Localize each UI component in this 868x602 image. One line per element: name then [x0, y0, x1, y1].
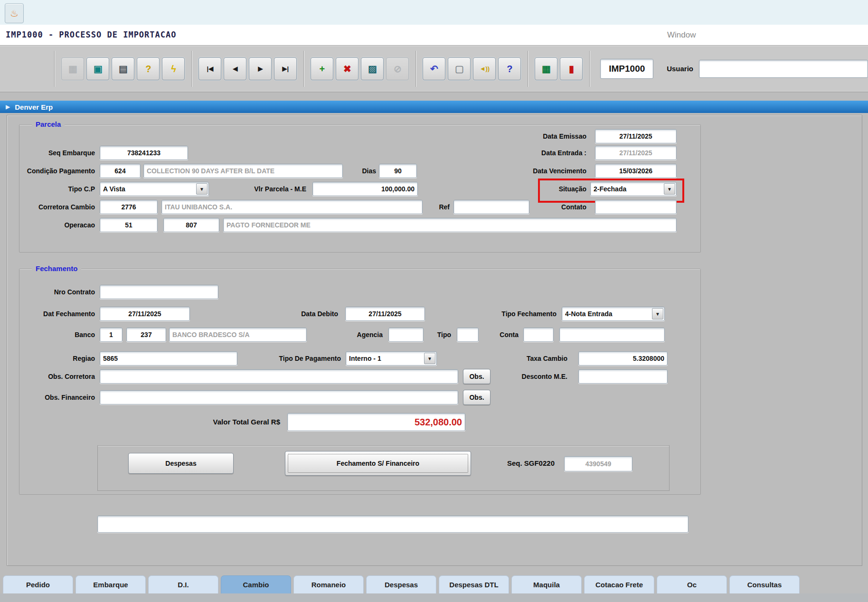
situacao-dropdown[interactable]: 2-Fechada ▼: [590, 182, 677, 196]
app-titlebar-text: Denver Erp: [15, 103, 53, 111]
data-debito-field[interactable]: [345, 307, 425, 321]
obs-corretora-field[interactable]: [100, 369, 458, 384]
tab-pedido[interactable]: Pedido: [3, 575, 73, 593]
toolbar-group: +✖▨⊘: [304, 51, 416, 87]
first-record-button[interactable]: |◀: [198, 57, 221, 80]
nro-contrato-field[interactable]: [100, 285, 218, 299]
data-vencimento-field[interactable]: [595, 164, 677, 178]
lightning-icon: ϟ: [171, 64, 176, 74]
bottom-strip: [0, 593, 868, 602]
tipo-cp-label: Tipo C.P: [9, 182, 95, 196]
tipo-fechamento-label: Tipo Fechamento: [475, 307, 557, 321]
toolbar-group: ▦▮: [528, 51, 590, 87]
tipo-fechamento-dropdown[interactable]: 4-Nota Entrada ▼: [562, 307, 665, 321]
lightning-button[interactable]: ϟ: [162, 57, 185, 80]
footer-field[interactable]: [97, 516, 689, 533]
tab-cotacao-frete[interactable]: Cotacao Frete: [584, 575, 654, 593]
obs-financeiro-button[interactable]: Obs.: [463, 390, 491, 405]
tipo-field[interactable]: [457, 328, 479, 342]
tab-despesas[interactable]: Despesas: [366, 575, 436, 593]
condicao-pagamento-code-field[interactable]: [100, 164, 141, 178]
page-title: IMP1000 - PROCESSO DE IMPORTACAO: [6, 25, 177, 45]
report-menu-button[interactable]: ▦: [535, 57, 557, 80]
help-button[interactable]: ?: [498, 57, 521, 80]
toolbar-group: |◀◀▶▶|: [192, 51, 304, 87]
banco-code1-field[interactable]: [100, 328, 123, 342]
edit-window-icon: ▨: [368, 64, 377, 74]
undo-button[interactable]: ↶: [423, 57, 445, 80]
data-emissao-field[interactable]: [595, 129, 677, 143]
tab-oc[interactable]: Oc: [657, 575, 727, 593]
tab-romaneio[interactable]: Romaneio: [293, 575, 364, 593]
add-record-button[interactable]: +: [311, 57, 333, 80]
fechamento-financeiro-button[interactable]: Fechamento S/ Financeiro: [285, 451, 471, 476]
tipo-cp-dropdown[interactable]: A Vista ▼: [100, 182, 209, 196]
obs-corretora-button[interactable]: Obs.: [463, 369, 491, 384]
next-record-button[interactable]: ▶: [249, 57, 272, 80]
app-titlebar: ▶ Denver Erp: [0, 101, 868, 113]
last-record-button[interactable]: ▶|: [274, 57, 297, 80]
tipo-label: Tipo: [434, 328, 451, 342]
chevron-down-icon: ▼: [664, 183, 675, 195]
tab-consultas[interactable]: Consultas: [729, 575, 800, 593]
vlr-parcela-field[interactable]: [312, 182, 418, 196]
conta-field-1[interactable]: [523, 328, 554, 342]
obs-financeiro-field[interactable]: [100, 390, 458, 404]
regiao-field[interactable]: [100, 351, 237, 366]
tipo-pagamento-value: Interno - 1: [346, 352, 423, 365]
dat-fechamento-field[interactable]: [100, 307, 190, 321]
help-locate-button[interactable]: ?: [137, 57, 160, 80]
chevron-down-icon: ▼: [196, 183, 208, 195]
nro-contrato-label: Nro Contrato: [9, 285, 95, 299]
banco-code2-field[interactable]: [126, 328, 166, 342]
operacao-code2-field[interactable]: [163, 218, 219, 232]
corretora-cambio-code-field[interactable]: [100, 200, 158, 214]
agencia-field[interactable]: [388, 328, 424, 342]
paste-button[interactable]: ▢: [448, 57, 471, 80]
chevron-down-icon: ▼: [424, 353, 435, 364]
contato-label: Contato: [494, 200, 586, 214]
edit-window-button[interactable]: ▨: [361, 57, 384, 80]
parcela-section-label: Parcela: [32, 120, 65, 128]
focus-border: [288, 454, 468, 473]
window-menu-item[interactable]: Window: [667, 25, 696, 45]
taxa-cambio-field[interactable]: [578, 351, 668, 366]
toolbar: ▦▣▤?ϟ|◀◀▶▶|+✖▨⊘↶▢◄))?▦▮ IMP1000 Usuario: [0, 45, 868, 92]
contato-field[interactable]: [595, 200, 677, 214]
seq-embarque-label: Seq Embarque: [9, 146, 95, 160]
exit-icon: ▮: [569, 64, 574, 74]
dias-field[interactable]: [379, 164, 417, 178]
app-window-icon: ▶: [6, 103, 10, 110]
program-code-box: IMP1000: [600, 59, 653, 79]
last-record-icon: ▶|: [283, 66, 289, 72]
despesas-button[interactable]: Despesas: [128, 453, 234, 474]
tipo-pagamento-dropdown[interactable]: Interno - 1 ▼: [346, 351, 437, 366]
prev-record-button[interactable]: ◀: [224, 57, 246, 80]
vlr-parcela-label: Vlr Parcela - M.E: [240, 182, 306, 196]
alert-button[interactable]: ◄)): [473, 57, 496, 80]
seq-sgf-field: [564, 456, 632, 471]
data-emissao-label: Data Emissao: [470, 129, 586, 143]
valor-total-field: [287, 413, 465, 431]
desconto-me-field[interactable]: [578, 369, 668, 384]
screen-button[interactable]: ▣: [86, 57, 109, 80]
conta-field-2[interactable]: [559, 328, 665, 342]
tab-cambio[interactable]: Cambio: [221, 575, 291, 593]
delete-record-button[interactable]: ✖: [336, 57, 359, 80]
ref-label: Ref: [430, 200, 450, 214]
conta-label: Conta: [494, 328, 519, 342]
app-launcher-button[interactable]: ♨: [5, 3, 24, 23]
taxa-cambio-label: Taxa Cambio: [494, 351, 567, 366]
tab-embarque[interactable]: Embarque: [75, 575, 146, 593]
print-button[interactable]: ▤: [112, 57, 134, 80]
usuario-input[interactable]: [699, 60, 868, 78]
help-icon: ?: [507, 64, 512, 74]
tab-maquila[interactable]: Maquila: [511, 575, 582, 593]
clear-icon: ⊘: [394, 64, 402, 74]
seq-embarque-field[interactable]: [100, 146, 188, 160]
operacao-code1-field[interactable]: [100, 218, 158, 232]
tab-di[interactable]: D.I.: [148, 575, 218, 593]
tab-despesas-dtl[interactable]: Despesas DTL: [439, 575, 509, 593]
exit-button[interactable]: ▮: [560, 57, 583, 80]
print-icon: ▤: [119, 64, 128, 74]
